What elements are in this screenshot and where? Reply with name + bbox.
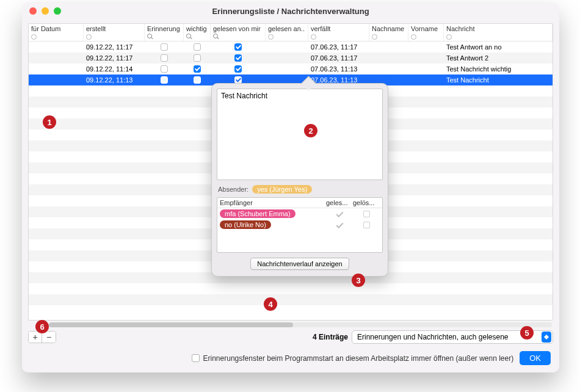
annotation-6: 6 [35,320,49,333]
recip-col-read: geles... [326,199,353,206]
window-title: Erinnerungsliste / Nachrichtenverwaltung [22,7,559,16]
status-bar: + − 4 Einträge Erinnerungen und Nachrich… [28,330,553,344]
reminder-checkbox[interactable] [161,43,168,51]
remove-button[interactable]: − [42,332,56,343]
sender-label: Absender: [218,186,248,193]
read-checkbox[interactable] [234,43,242,51]
col-erinnerung[interactable]: Erinnerung [145,24,184,41]
col-erstellt[interactable]: erstellt [84,24,145,41]
table-row[interactable] [29,294,553,305]
app-window: Erinnerungsliste / Nachrichtenverwaltung… [22,2,559,372]
annotation-2: 2 [304,124,317,137]
recipients-box: Empfänger geles... gelös... mfa (Schuber… [217,197,383,253]
sender-tag: yes (Jürgen Yes) [252,185,312,194]
col-gelesen-mir[interactable]: gelesen von mir [211,24,266,41]
recip-col-del: gelös... [353,199,380,206]
reminder-checkbox[interactable] [161,76,168,84]
annotation-4: 4 [264,297,277,311]
table-row[interactable]: 09.12.22, 11:1407.06.23, 11:13Test Nachr… [29,64,553,74]
important-checkbox[interactable] [194,65,201,73]
recipient-row[interactable]: mfa (Schubert Emma) [217,208,382,219]
annotation-1: 1 [43,115,56,129]
h-scrollbar[interactable] [28,321,553,329]
read-checkbox[interactable] [234,65,242,73]
col-verfaellt[interactable]: verfällt [308,24,369,41]
read-checkbox[interactable] [234,54,242,62]
startup-checkbox-label: Erinnerungsfenster beim Programmstart an… [203,354,514,363]
recipient-tag: mfa (Schubert Emma) [220,209,295,218]
col-gelesen-an[interactable]: gelesen an... [266,24,308,41]
message-popover: Test Nachricht Absender: yes (Jürgen Yes… [211,83,388,277]
table-row[interactable] [29,283,553,294]
col-vorname[interactable]: Vorname [408,24,444,41]
footer: Erinnerungsfenster beim Programmstart an… [31,351,551,365]
col-fuer-datum[interactable]: für Datum [29,24,84,41]
startup-checkbox-row[interactable]: Erinnerungsfenster beim Programmstart an… [192,354,514,363]
recip-col-name: Empfänger [220,199,326,206]
show-history-button[interactable]: Nachrichtenverlauf anzeigen [250,258,349,270]
recipient-deleted [353,211,380,217]
recipient-row[interactable]: no (Ulrike No) [217,219,382,230]
table-row[interactable]: 09.12.22, 11:1707.06.23, 11:17Test Antwo… [29,53,553,64]
table-row[interactable]: 09.12.22, 11:1707.06.23, 11:17Test Antwo… [29,42,553,53]
important-checkbox[interactable] [194,54,201,62]
reminder-checkbox[interactable] [161,54,168,62]
reminder-checkbox[interactable] [161,65,168,73]
ok-button[interactable]: OK [520,351,551,365]
recipient-read [326,212,353,216]
important-checkbox[interactable] [194,76,201,84]
annotation-5: 5 [520,326,534,339]
table-header: für Datum erstellt Erinnerung wichtig ge… [29,24,553,42]
recipient-read [326,223,353,227]
filter-select-label: Erinnerungen und Nachrichten, auch geles… [357,333,509,341]
annotation-3: 3 [352,274,365,287]
recipient-deleted [353,222,380,228]
titlebar: Erinnerungsliste / Nachrichtenverwaltung [22,2,559,20]
important-checkbox[interactable] [194,43,201,51]
recipient-tag: no (Ulrike No) [220,220,271,229]
chevron-updown-icon [542,332,551,343]
startup-checkbox[interactable] [192,354,200,362]
message-text[interactable]: Test Nachricht [217,89,383,180]
col-nachname[interactable]: Nachname [369,24,408,41]
entry-count: 4 Einträge [313,333,348,341]
col-wichtig[interactable]: wichtig [184,24,211,41]
col-nachricht[interactable]: Nachricht [444,24,553,41]
